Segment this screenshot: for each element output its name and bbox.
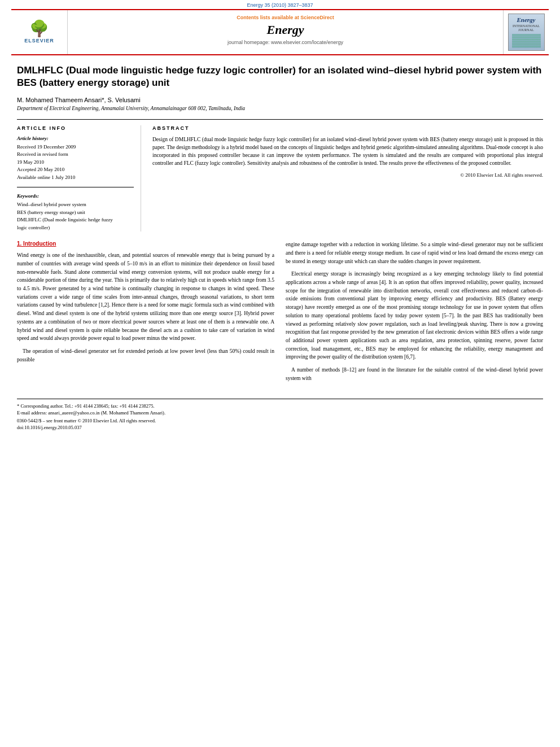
- body-right-text: engine damage together with a reduction …: [286, 241, 543, 383]
- article-info-col: ARTICLE INFO Article history: Received 1…: [17, 125, 141, 232]
- available-date: Available online 1 July 2010: [17, 174, 134, 182]
- journal-citation: Energy 35 (2010) 3827–3837: [247, 2, 313, 8]
- intro-p2: The operation of wind–diesel generator s…: [17, 347, 274, 364]
- intro-title: 1. Introduction: [17, 241, 274, 247]
- keyword-2: BES (battery energy storage) unit: [17, 209, 134, 217]
- keyword-1: Wind–diesel hybrid power system: [17, 201, 134, 209]
- body-left-text: Wind energy is one of the inexhaustible,…: [17, 251, 274, 364]
- received-revised-label: Received in revised form: [17, 151, 134, 159]
- abstract-header: ABSTRACT: [152, 125, 543, 131]
- doi-text: doi:10.1016/j.energy.2010.05.037: [17, 425, 543, 430]
- received-date: Received 19 December 2009: [17, 143, 134, 151]
- journal-citation-bar: Energy 35 (2010) 3827–3837: [0, 0, 560, 9]
- keywords-label: Keywords:: [17, 193, 134, 199]
- issn-text: 0360-5442/$ – see front matter © 2010 El…: [17, 418, 543, 423]
- article-info-abstract-section: ARTICLE INFO Article history: Received 1…: [17, 119, 543, 232]
- revised-date: 19 May 2010: [17, 159, 134, 167]
- copyright: © 2010 Elsevier Ltd. All rights reserved…: [152, 172, 543, 178]
- abstract-col: ABSTRACT Design of DMLHFLC (dual mode li…: [152, 125, 543, 232]
- elsevier-logo: 🌳 ELSEVIER: [20, 18, 59, 46]
- footnote-area: * Corresponding author. Tel.: +91 4144 2…: [17, 399, 543, 431]
- journal-name: Energy: [79, 23, 492, 37]
- corresponding-footnote: * Corresponding author. Tel.: +91 4144 2…: [17, 403, 543, 410]
- affiliation: Department of Electrical Engineering, An…: [17, 106, 543, 111]
- authors: M. Mohamed Thameem Ansari*, S. Velusami: [17, 97, 543, 103]
- journal-url: journal homepage: www.elsevier.com/locat…: [79, 40, 492, 45]
- body-right-col: engine damage together with a reduction …: [286, 241, 543, 387]
- sciencedirect-name[interactable]: ScienceDirect: [300, 15, 334, 20]
- body-left-col: 1. Introduction Wind energy is one of th…: [17, 241, 274, 387]
- intro-right-p1: engine damage together with a reduction …: [286, 241, 543, 265]
- elsevier-logo-box: 🌳 ELSEVIER: [11, 10, 68, 54]
- history-label: Article history:: [17, 136, 134, 141]
- email-footnote: E-mail address: ansari_aueee@yahoo.co.in…: [17, 409, 543, 417]
- history-divider: [17, 187, 134, 187]
- article-title: DMLHFLC (Dual mode linguistic hedge fuzz…: [17, 64, 543, 89]
- keyword-3: DMLHFLC (Dual mode linguistic hedge fuzz…: [17, 216, 134, 224]
- sciencedirect-link: Contents lists available at ScienceDirec…: [79, 15, 492, 20]
- energy-logo-inner: Energy INTERNATIONALJOURNAL: [508, 14, 545, 51]
- elsevier-tree-icon: 🌳: [29, 21, 49, 37]
- main-content: DMLHFLC (Dual mode linguistic hedge fuzz…: [0, 55, 560, 442]
- intro-right-p3: A number of methods [8–12] are found in …: [286, 366, 543, 382]
- energy-logo-box: Energy INTERNATIONALJOURNAL: [504, 10, 549, 54]
- intro-p1: Wind energy is one of the inexhaustible,…: [17, 251, 274, 343]
- abstract-text: Design of DMLHFLC (dual mode linguistic …: [152, 136, 543, 168]
- intro-right-p2: Electrical energy storage is increasingl…: [286, 270, 543, 361]
- elsevier-text: ELSEVIER: [24, 38, 54, 43]
- accepted-date: Accepted 20 May 2010: [17, 166, 134, 174]
- body-section: 1. Introduction Wind energy is one of th…: [17, 241, 543, 387]
- keyword-4: logic controller): [17, 224, 134, 232]
- energy-logo-title: Energy: [512, 16, 541, 23]
- journal-center: Contents lists available at ScienceDirec…: [68, 10, 504, 54]
- journal-header: 🌳 ELSEVIER Contents lists available at S…: [11, 9, 549, 55]
- article-info-header: ARTICLE INFO: [17, 125, 134, 131]
